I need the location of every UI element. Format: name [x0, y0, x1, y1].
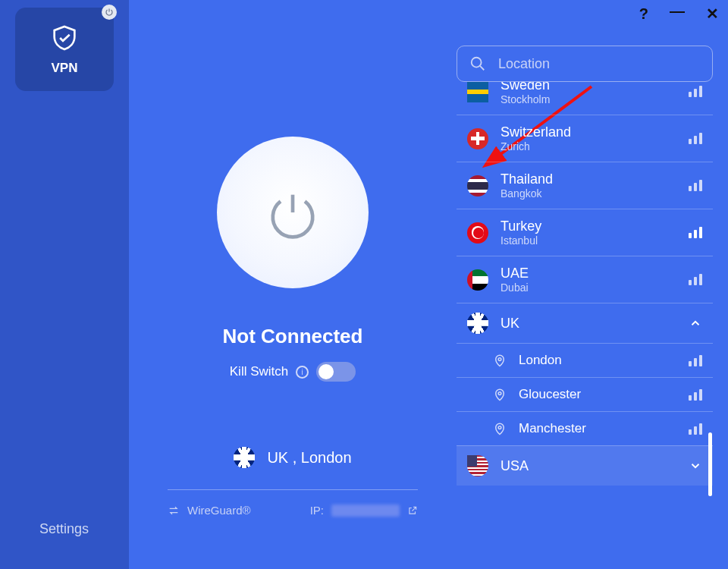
kill-switch-row: Kill Switch i: [230, 362, 356, 382]
swap-icon: [168, 505, 180, 517]
location-search[interactable]: [457, 46, 713, 82]
power-icon: [105, 8, 114, 17]
connect-button[interactable]: [217, 137, 369, 288]
pin-icon: [493, 354, 507, 367]
minimize-button[interactable]: —: [670, 2, 685, 20]
location-city-gloucester[interactable]: Gloucester: [457, 377, 713, 411]
scrollbar-thumb[interactable]: [708, 432, 712, 496]
pin-icon: [493, 422, 507, 435]
location-item-thailand[interactable]: ThailandBangkok: [457, 162, 713, 209]
protocol-row: WireGuard® IP:: [168, 504, 418, 517]
signal-icon: [689, 180, 702, 191]
location-item-sweden[interactable]: SwedenStockholm: [457, 82, 713, 115]
signal-icon: [689, 86, 702, 97]
chevron-up-icon: [689, 316, 702, 330]
main-panel: ? — ✕ Not Connected Kill Switch i UK , L…: [129, 0, 728, 569]
info-icon[interactable]: i: [296, 366, 309, 379]
settings-link[interactable]: Settings: [39, 521, 121, 537]
location-item-turkey[interactable]: TurkeyIstanbul: [457, 209, 713, 256]
kill-switch-toggle[interactable]: [316, 362, 356, 382]
current-location[interactable]: UK , London: [234, 447, 351, 468]
ip-value-redacted: [331, 505, 400, 517]
location-city-manchester[interactable]: Manchester: [457, 411, 713, 445]
flag-icon-uk: [234, 447, 255, 468]
svg-point-3: [498, 392, 501, 395]
svg-point-1: [472, 58, 482, 68]
center-column: Not Connected Kill Switch i UK , London …: [129, 0, 457, 569]
divider: [168, 489, 418, 490]
svg-point-4: [498, 426, 501, 429]
power-icon: [266, 186, 319, 239]
vpn-status-badge: [102, 5, 117, 20]
vpn-tab-label: VPN: [52, 61, 78, 76]
help-button[interactable]: ?: [639, 5, 648, 23]
flag-icon-ch: [467, 128, 488, 149]
signal-icon: [689, 274, 702, 285]
location-item-usa[interactable]: USA: [457, 445, 713, 486]
flag-icon-us: [467, 455, 488, 476]
flag-icon-se: [467, 82, 488, 102]
chevron-down-icon: [689, 459, 702, 473]
protocol-name[interactable]: WireGuard®: [187, 504, 251, 517]
external-link-icon[interactable]: [407, 505, 418, 516]
location-search-input[interactable]: [498, 56, 700, 72]
vpn-tab[interactable]: VPN: [15, 8, 114, 91]
signal-icon: [689, 133, 702, 144]
location-panel: SwedenStockholm SwitzerlandZurich Thaila…: [457, 0, 728, 569]
signal-icon: [689, 389, 702, 401]
location-item-uae[interactable]: UAEDubai: [457, 256, 713, 303]
flag-icon-th: [467, 175, 488, 196]
flag-icon-uk: [467, 313, 488, 334]
flag-icon-ae: [467, 269, 488, 291]
close-button[interactable]: ✕: [706, 5, 719, 23]
location-list[interactable]: SwedenStockholm SwitzerlandZurich Thaila…: [457, 82, 713, 569]
connection-status: Not Connected: [223, 325, 363, 348]
location-item-switzerland[interactable]: SwitzerlandZurich: [457, 115, 713, 162]
current-location-label: UK , London: [267, 449, 351, 467]
signal-icon: [689, 227, 702, 238]
location-item-uk-expanded[interactable]: UK: [457, 303, 713, 343]
signal-icon: [689, 355, 702, 366]
location-city-london[interactable]: London: [457, 343, 713, 377]
svg-point-2: [498, 358, 501, 361]
ip-label: IP:: [310, 504, 324, 517]
flag-icon-tr: [467, 222, 488, 244]
shield-icon: [49, 23, 80, 53]
window-controls: ? — ✕: [639, 5, 719, 23]
sidebar: VPN Settings: [0, 0, 129, 569]
search-icon: [469, 55, 486, 72]
signal-icon: [689, 423, 702, 435]
pin-icon: [493, 388, 507, 401]
kill-switch-label: Kill Switch: [230, 364, 288, 379]
